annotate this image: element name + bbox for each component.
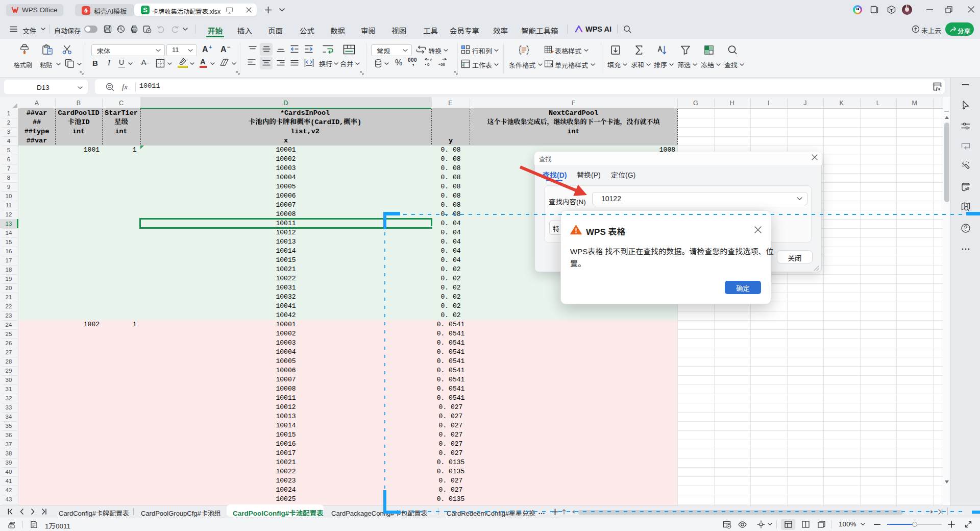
svg-text:00: 00 xyxy=(440,62,445,66)
svg-text:fx: fx xyxy=(936,85,941,91)
svg-text:0: 0 xyxy=(427,62,430,66)
svg-text:000: 000 xyxy=(408,57,417,63)
